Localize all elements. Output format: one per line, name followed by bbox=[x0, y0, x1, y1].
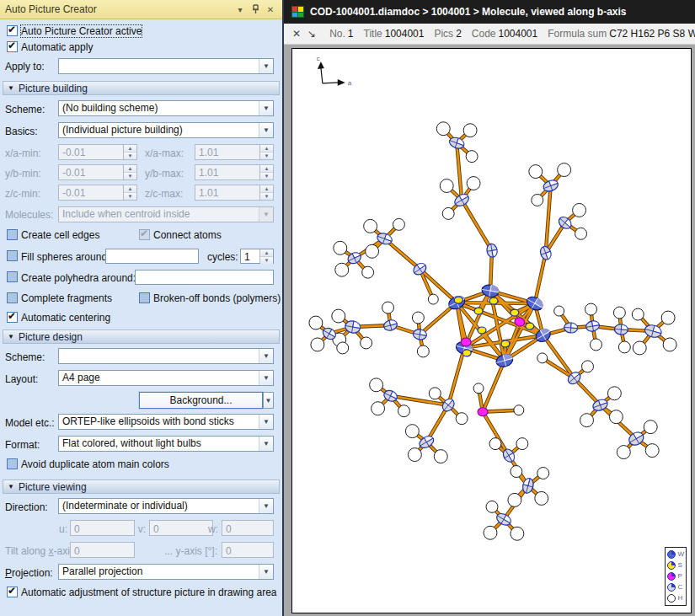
chevron-down-icon[interactable]: ▼ bbox=[259, 565, 273, 579]
create-cell-edges-checkbox[interactable] bbox=[7, 229, 18, 240]
chevron-down-icon[interactable]: ▼ bbox=[259, 499, 273, 513]
automatic-centering-checkbox[interactable] bbox=[7, 312, 18, 323]
spin-buttons[interactable]: ▲▼ bbox=[259, 185, 273, 200]
close-icon[interactable]: ✕ bbox=[264, 3, 277, 16]
v-value: 0 bbox=[150, 522, 163, 537]
fill-spheres-label[interactable]: Fill spheres around: bbox=[21, 251, 110, 263]
spin-down-icon[interactable]: ▼ bbox=[260, 153, 273, 159]
section-picture-building[interactable]: Picture building bbox=[3, 81, 280, 95]
active-checkbox-label[interactable]: Auto Picture Creator active bbox=[21, 25, 142, 37]
cycles-value: 1 bbox=[241, 249, 259, 263]
complete-fragments-checkbox[interactable] bbox=[7, 292, 18, 303]
format-combobox[interactable]: Flat colored, without light bulbs ▼ bbox=[58, 436, 274, 452]
automatic-centering-label[interactable]: Automatic centering bbox=[21, 312, 110, 324]
spin-up-icon[interactable]: ▲ bbox=[260, 145, 273, 153]
chevron-down-icon[interactable]: ▼ bbox=[259, 101, 273, 115]
spin-down-icon[interactable]: ▼ bbox=[260, 257, 273, 264]
create-polyhedra-checkbox[interactable] bbox=[7, 271, 18, 282]
svg-text:a: a bbox=[348, 79, 352, 87]
spin-buttons[interactable]: ▲▼ bbox=[123, 145, 136, 159]
p-atom-legend-icon bbox=[667, 572, 676, 581]
avoid-duplicate-label[interactable]: Avoid duplicate atom main colors bbox=[21, 458, 169, 470]
spin-buttons[interactable]: ▲▼ bbox=[259, 249, 273, 263]
xa-max-spinner[interactable]: 1.01▲▼ bbox=[195, 144, 274, 160]
chevron-down-icon[interactable]: ▼ bbox=[259, 349, 273, 363]
create-polyhedra-input[interactable] bbox=[135, 270, 274, 285]
cycles-spinner[interactable]: 1▲▼ bbox=[240, 249, 274, 264]
s-atom-legend-icon bbox=[667, 561, 676, 570]
section-picture-viewing[interactable]: Picture viewing bbox=[3, 479, 280, 494]
panel-menu-caret-icon[interactable]: ▾ bbox=[233, 3, 247, 16]
building-scheme-combobox[interactable]: (No building scheme) ▼ bbox=[58, 100, 274, 116]
background-button[interactable]: Background... bbox=[139, 392, 263, 409]
structure-page[interactable]: ca WSPCH bbox=[291, 48, 692, 613]
chevron-down-icon[interactable]: ▼ bbox=[259, 437, 273, 451]
background-dropdown-button[interactable]: ▼ bbox=[263, 392, 274, 409]
active-checkbox[interactable] bbox=[7, 25, 18, 36]
legend-label: S bbox=[677, 561, 682, 570]
spin-buttons[interactable]: ▲▼ bbox=[259, 165, 273, 179]
zc-max-spinner[interactable]: 1.01▲▼ bbox=[195, 185, 274, 201]
basics-combobox[interactable]: (Individual picture building) ▼ bbox=[58, 122, 274, 138]
drawing-canvas[interactable]: ca WSPCH bbox=[284, 45, 695, 616]
apply-to-combobox[interactable]: ▼ bbox=[58, 58, 274, 74]
spin-buttons[interactable]: ▲▼ bbox=[259, 145, 273, 159]
spin-buttons[interactable]: ▲▼ bbox=[123, 185, 136, 200]
broken-off-bonds-label[interactable]: Broken-off bonds (polymers) bbox=[153, 292, 281, 304]
broken-off-bonds-checkbox[interactable] bbox=[139, 292, 150, 303]
spin-up-icon[interactable]: ▲ bbox=[124, 165, 136, 173]
design-scheme-value bbox=[59, 349, 259, 363]
chevron-down-icon[interactable]: ▼ bbox=[259, 123, 273, 137]
yb-max-spinner[interactable]: 1.01▲▼ bbox=[195, 164, 274, 180]
direction-combobox[interactable]: (Indeterminate or individual) ▼ bbox=[58, 498, 274, 514]
avoid-duplicate-checkbox[interactable] bbox=[7, 458, 18, 469]
spin-down-icon[interactable]: ▼ bbox=[260, 193, 273, 200]
auto-apply-checkbox-label[interactable]: Automatic apply bbox=[21, 41, 93, 53]
pin-icon[interactable] bbox=[249, 3, 262, 16]
zc-min-spinner[interactable]: -0.01▲▼ bbox=[58, 185, 137, 201]
layout-combobox[interactable]: A4 page ▼ bbox=[58, 370, 274, 386]
spin-down-icon[interactable]: ▼ bbox=[124, 153, 136, 159]
design-scheme-combobox[interactable]: ▼ bbox=[58, 348, 274, 364]
auto-apply-checkbox[interactable] bbox=[7, 41, 18, 52]
document-icon bbox=[291, 6, 304, 18]
section-picture-design[interactable]: Picture design bbox=[3, 329, 280, 344]
spin-down-icon[interactable]: ▼ bbox=[124, 193, 136, 200]
auto-adjust-label[interactable]: Automatic adjustment of structure pictur… bbox=[21, 587, 276, 598]
model-combobox[interactable]: ORTEP-like ellipsoids with bond sticks ▼ bbox=[58, 414, 274, 430]
close-record-icon[interactable]: ✕ bbox=[292, 28, 301, 40]
goto-record-icon[interactable]: ↘ bbox=[307, 28, 316, 40]
spin-up-icon[interactable]: ▲ bbox=[260, 185, 273, 193]
model-label: Model etc.: bbox=[5, 417, 55, 429]
complete-fragments-label[interactable]: Complete fragments bbox=[21, 292, 112, 304]
spin-buttons[interactable]: ▲▼ bbox=[123, 165, 136, 179]
spin-down-icon[interactable]: ▼ bbox=[260, 173, 273, 179]
auto-adjust-checkbox[interactable] bbox=[7, 587, 18, 597]
fill-spheres-checkbox[interactable] bbox=[7, 250, 18, 261]
cycles-label: cycles: bbox=[207, 251, 238, 263]
spin-up-icon[interactable]: ▲ bbox=[124, 185, 136, 193]
spin-down-icon[interactable]: ▼ bbox=[124, 173, 136, 179]
layout-label: Layout: bbox=[5, 373, 38, 385]
spin-up-icon[interactable]: ▲ bbox=[260, 165, 273, 173]
chevron-down-icon[interactable]: ▼ bbox=[259, 59, 273, 73]
yb-min-spinner[interactable]: -0.01▲▼ bbox=[58, 164, 137, 180]
spin-up-icon[interactable]: ▲ bbox=[260, 249, 273, 257]
section-label: Picture viewing bbox=[19, 481, 87, 493]
chevron-down-icon[interactable]: ▼ bbox=[259, 415, 273, 429]
create-polyhedra-label[interactable]: Create polyhedra around: bbox=[21, 272, 136, 284]
legend-item: C bbox=[667, 582, 684, 592]
create-cell-edges-label[interactable]: Create cell edges bbox=[21, 229, 99, 241]
xa-min-spinner[interactable]: -0.01▲▼ bbox=[58, 144, 137, 160]
tilt-y-label: ... y-axis [°]: bbox=[152, 545, 217, 557]
molecules-value: Include when centroid inside bbox=[59, 207, 259, 222]
spin-up-icon[interactable]: ▲ bbox=[124, 145, 136, 153]
w-value: 0 bbox=[222, 522, 235, 537]
c-atom-legend-icon bbox=[667, 583, 676, 592]
record-toolbar: ✕ ↘ No.1 Title1004001 Pics2 Code1004001 … bbox=[284, 24, 695, 45]
pics-field-label: Pics bbox=[434, 28, 453, 40]
fill-spheres-input[interactable] bbox=[105, 249, 199, 264]
projection-combobox[interactable]: Parallel projection ▼ bbox=[58, 564, 274, 580]
section-label: Picture building bbox=[19, 83, 88, 94]
chevron-down-icon[interactable]: ▼ bbox=[259, 371, 273, 385]
